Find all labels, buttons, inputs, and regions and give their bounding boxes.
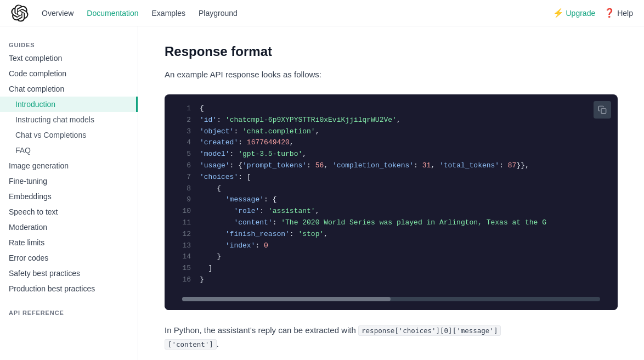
nav-examples[interactable]: Examples bbox=[152, 9, 185, 18]
sidebar-item-text-completion[interactable]: Text completion bbox=[0, 50, 138, 66]
code-line-4: 4 'created': 1677649420, bbox=[165, 137, 618, 149]
code-line-16: 16 } bbox=[165, 274, 618, 286]
sidebar: GUIDES Text completion Code completion C… bbox=[0, 26, 138, 360]
nav-playground[interactable]: Playground bbox=[199, 9, 238, 18]
help-icon: ❓ bbox=[604, 8, 615, 18]
code-block: 1 { 2 'id': 'chatcmpl-6p9XYPYSTTRi0xEviK… bbox=[165, 94, 618, 295]
page-title: Response format bbox=[165, 44, 618, 59]
sidebar-item-faq[interactable]: FAQ bbox=[0, 143, 138, 158]
api-ref-section-label: API REFERENCE bbox=[0, 305, 138, 318]
code-line-10: 10 'role': 'assistant', bbox=[165, 206, 618, 217]
code-line-13: 13 'index': 0 bbox=[165, 240, 618, 252]
code-line-15: 15 ] bbox=[165, 263, 618, 274]
sidebar-item-chat-completion[interactable]: Chat completion bbox=[0, 81, 138, 97]
sidebar-item-introduction[interactable]: Introduction bbox=[0, 97, 138, 112]
code-block-wrapper: 1 { 2 'id': 'chatcmpl-6p9XYPYSTTRi0xEviK… bbox=[165, 94, 618, 310]
copy-button[interactable] bbox=[594, 101, 611, 119]
guides-section-label: GUIDES bbox=[0, 37, 138, 50]
sidebar-item-moderation[interactable]: Moderation bbox=[0, 220, 138, 235]
code-line-14: 14 } bbox=[165, 251, 618, 263]
sidebar-item-instructing-chat-models[interactable]: Instructing chat models bbox=[0, 112, 138, 127]
sidebar-item-speech-to-text[interactable]: Speech to text bbox=[0, 204, 138, 220]
code-line-7: 7 'choices': [ bbox=[165, 172, 618, 183]
inline-code-1: response['choices'][0]['message'] bbox=[358, 325, 501, 336]
header-nav: Overview Documentation Examples Playgrou… bbox=[42, 9, 540, 18]
sidebar-item-fine-tuning[interactable]: Fine-tuning bbox=[0, 173, 138, 189]
code-line-8: 8 { bbox=[165, 183, 618, 195]
sidebar-item-production-best-practices[interactable]: Production best practices bbox=[0, 281, 138, 296]
code-line-12: 12 'finish_reason': 'stop', bbox=[165, 229, 618, 240]
inline-code-2: ['content'] bbox=[165, 339, 217, 350]
code-horizontal-scrollbar[interactable] bbox=[182, 297, 600, 301]
svg-rect-0 bbox=[601, 109, 606, 114]
logo[interactable] bbox=[11, 4, 29, 22]
sidebar-item-image-generation[interactable]: Image generation bbox=[0, 158, 138, 173]
lightning-icon: ⚡ bbox=[553, 8, 564, 18]
main-content: Response format An example API response … bbox=[138, 26, 644, 360]
sidebar-item-chat-vs-completions[interactable]: Chat vs Completions bbox=[0, 127, 138, 143]
nav-overview[interactable]: Overview bbox=[42, 9, 74, 18]
code-line-9: 9 'message': { bbox=[165, 194, 618, 206]
upgrade-button[interactable]: ⚡ Upgrade bbox=[553, 8, 596, 18]
nav-documentation[interactable]: Documentation bbox=[87, 9, 138, 18]
header-right: ⚡ Upgrade ❓ Help bbox=[553, 8, 634, 18]
sidebar-item-embeddings[interactable]: Embeddings bbox=[0, 189, 138, 204]
sidebar-item-error-codes[interactable]: Error codes bbox=[0, 250, 138, 266]
code-line-1: 1 { bbox=[165, 103, 618, 115]
page-subtitle: An example API response looks as follows… bbox=[165, 68, 618, 81]
code-line-2: 2 'id': 'chatcmpl-6p9XYPYSTTRi0xEviKjjil… bbox=[165, 115, 618, 126]
help-button[interactable]: ❓ Help bbox=[604, 8, 633, 18]
code-line-11: 11 'content': 'The 2020 World Series was… bbox=[165, 217, 618, 229]
sidebar-item-safety-best-practices[interactable]: Safety best practices bbox=[0, 266, 138, 281]
sidebar-item-code-completion[interactable]: Code completion bbox=[0, 66, 138, 81]
header: Overview Documentation Examples Playgrou… bbox=[0, 0, 644, 26]
code-line-3: 3 'object': 'chat.completion', bbox=[165, 126, 618, 138]
layout: GUIDES Text completion Code completion C… bbox=[0, 26, 644, 360]
sidebar-item-rate-limits[interactable]: Rate limits bbox=[0, 235, 138, 250]
body-text: In Python, the assistant's reply can be … bbox=[165, 323, 618, 351]
code-line-5: 5 'model': 'gpt-3.5-turbo', bbox=[165, 149, 618, 160]
code-line-6: 6 'usage': {'prompt_tokens': 56, 'comple… bbox=[165, 160, 618, 172]
